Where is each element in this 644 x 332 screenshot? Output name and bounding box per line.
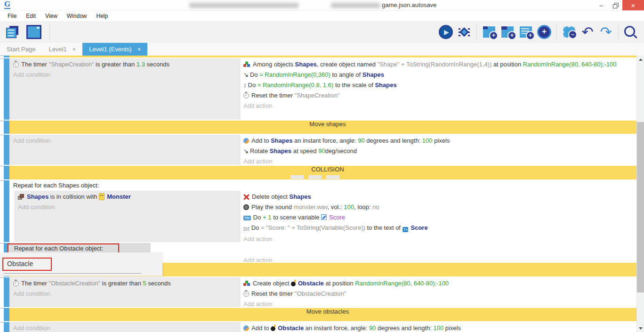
scroll-down-arrow[interactable] xyxy=(637,324,644,332)
add-element-button[interactable] xyxy=(536,23,553,41)
action-line[interactable]: Add to Shapes an instant force, angle: 9… xyxy=(243,136,636,146)
add-subevent-icon xyxy=(501,26,514,38)
comment-block[interactable]: COLLISION xyxy=(4,166,636,179)
event-selection-bar[interactable] xyxy=(4,58,9,120)
close-tab-icon[interactable]: × xyxy=(137,46,141,53)
condition-line[interactable]: Shapes is in collision with Monster xyxy=(14,192,241,202)
action-line[interactable]: VarDo + 1 to scene variable Score xyxy=(243,212,636,223)
add-action-button[interactable]: Add action xyxy=(243,299,636,307)
actions-column[interactable]: Delete object ShapesPlay the sound monst… xyxy=(241,191,636,242)
search-button[interactable] xyxy=(622,23,639,41)
actions-column[interactable]: Add to Obstacle an instant force, angle:… xyxy=(241,322,636,332)
remove-event-button[interactable] xyxy=(561,23,578,41)
toolbar-separator xyxy=(556,24,557,40)
add-comment-button[interactable] xyxy=(517,23,534,41)
event-block[interactable]: Add conditionAdd to Shapes an instant fo… xyxy=(4,135,636,165)
project-manager-button[interactable] xyxy=(4,23,21,41)
event-selection-bar[interactable] xyxy=(4,277,9,307)
scale-icon: ↕ xyxy=(243,80,247,90)
add-action-button[interactable]: Add action xyxy=(243,156,636,165)
tab-level1[interactable]: Level1 × xyxy=(42,43,82,56)
comment-row[interactable]: Move shapes xyxy=(9,121,636,134)
event-selection-bar[interactable] xyxy=(4,135,9,165)
text-run: , loop: xyxy=(354,203,372,211)
text-run: Create object xyxy=(253,280,291,287)
event-sheet[interactable]: The timer "ShapeCreation" is greater tha… xyxy=(0,56,636,332)
add-condition-button[interactable]: Add condition xyxy=(14,202,241,212)
action-line[interactable]: Among objects Shapes, create object name… xyxy=(243,59,636,70)
menu-edit[interactable]: Edit xyxy=(21,13,40,19)
menu-view[interactable]: View xyxy=(40,13,62,19)
add-condition-button[interactable]: Add condition xyxy=(9,289,241,299)
vertical-scrollbar[interactable] xyxy=(636,56,644,332)
comment-row[interactable]: Move obstacles xyxy=(9,308,636,321)
tab-start-page[interactable]: Start Page xyxy=(0,43,42,56)
event-block[interactable]: The timer "ShapeCreation" is greater tha… xyxy=(4,58,636,120)
add-action-button[interactable]: Add action xyxy=(243,255,636,262)
comment-row[interactable]: COLLISION xyxy=(9,166,636,179)
monster-icon xyxy=(99,193,105,200)
scrollbar-thumb[interactable] xyxy=(637,122,644,292)
debugger-button[interactable] xyxy=(456,23,473,41)
action-line[interactable]: txtDo = "Score: " + ToString(Variable(Sc… xyxy=(243,223,636,234)
actions-column[interactable]: Add action xyxy=(241,254,636,262)
scroll-up-arrow[interactable] xyxy=(637,56,644,63)
action-line[interactable]: Delete object Shapes xyxy=(243,192,636,202)
object-name-field[interactable]: Obstacle xyxy=(7,260,33,267)
action-line[interactable]: Reset the timer "ShapeCreation" xyxy=(243,90,636,101)
tab-level1-events[interactable]: Level1 (Events) × xyxy=(82,43,147,56)
event-selection-bar[interactable] xyxy=(4,322,9,332)
menu-window[interactable]: Window xyxy=(62,13,92,19)
action-line[interactable]: Play the sound monster.wav, vol.: 100, l… xyxy=(243,202,636,212)
run-button[interactable] xyxy=(437,23,454,41)
actions-column[interactable]: Add to Shapes an instant force, angle: 9… xyxy=(241,135,636,165)
undo-button[interactable] xyxy=(579,23,596,41)
foreach-block[interactable]: Repeat for each Shapes object:Shapes is … xyxy=(4,180,636,242)
condition-line[interactable]: The timer "ShapeCreation" is greater tha… xyxy=(9,59,241,70)
action-line[interactable]: ↘Do = RandomInRange(0,360) to angle of S… xyxy=(243,70,636,80)
action-line[interactable]: Create object Obstacle at position Rando… xyxy=(243,278,636,289)
menu-file[interactable]: File xyxy=(3,13,21,19)
add-subevent-button[interactable] xyxy=(499,23,516,41)
foreach-header[interactable]: Repeat for each Shapes object: xyxy=(9,180,636,191)
event-selection-bar[interactable] xyxy=(4,308,9,321)
conditions-column[interactable]: The timer "ObstacleCreation" is greater … xyxy=(9,277,241,307)
actions-column[interactable]: Create object Obstacle at position Rando… xyxy=(241,277,636,307)
event-selection-bar[interactable] xyxy=(4,56,9,57)
conditions-column[interactable]: Add condition xyxy=(9,135,241,165)
conditions-column[interactable]: The timer "ShapeCreation" is greater tha… xyxy=(9,58,241,120)
restore-button[interactable] xyxy=(608,0,622,10)
event-selection-bar[interactable] xyxy=(4,166,9,179)
comment-block[interactable]: Move obstacles xyxy=(4,308,636,321)
strip-block[interactable] xyxy=(4,56,636,57)
event-block[interactable]: Add conditionAdd to Obstacle an instant … xyxy=(4,322,636,332)
add-condition-button[interactable]: Add condition xyxy=(9,70,241,80)
add-action-button[interactable]: Add action xyxy=(243,101,636,111)
text-run: to the text of xyxy=(365,224,402,231)
menu-help[interactable]: Help xyxy=(92,13,113,19)
actions-column[interactable]: Among objects Shapes, create object name… xyxy=(241,58,636,120)
close-tab-icon[interactable]: × xyxy=(72,46,76,53)
event-selection-bar[interactable] xyxy=(4,121,9,134)
comment-block[interactable]: Move shapes xyxy=(4,121,636,134)
add-event-button[interactable] xyxy=(481,23,498,41)
event-selection-bar[interactable] xyxy=(4,180,9,242)
conditions-column[interactable]: Shapes is in collision with MonsterAdd c… xyxy=(14,191,241,242)
add-action-button[interactable]: Add action xyxy=(243,234,636,242)
close-button[interactable]: × xyxy=(622,0,644,10)
action-line[interactable]: Reset the timer "ObstacleCreation" xyxy=(243,289,636,299)
action-line[interactable]: ↕Do = RandomInRange(0.8, 1.6) to the sca… xyxy=(243,80,636,90)
event-block[interactable]: The timer "ObstacleCreation" is greater … xyxy=(4,277,636,307)
redo-button[interactable] xyxy=(597,23,614,41)
action-line[interactable]: Add to Obstacle an instant force, angle:… xyxy=(243,323,636,332)
condition-line[interactable]: The timer "ObstacleCreation" is greater … xyxy=(9,278,241,289)
scene-editor-button[interactable] xyxy=(25,23,42,41)
add-condition-button[interactable]: Add condition xyxy=(9,136,241,146)
minimize-button[interactable]: – xyxy=(594,0,608,10)
object-name-input-underline[interactable] xyxy=(4,273,141,274)
partial-comment-row[interactable] xyxy=(9,56,636,57)
conditions-column[interactable]: Add condition xyxy=(9,322,241,332)
add-condition-button[interactable]: Add condition xyxy=(9,323,241,332)
action-line[interactable]: ↘Rotate Shapes at speed 90deg/second xyxy=(243,146,636,156)
blurred-title-text xyxy=(331,3,380,8)
